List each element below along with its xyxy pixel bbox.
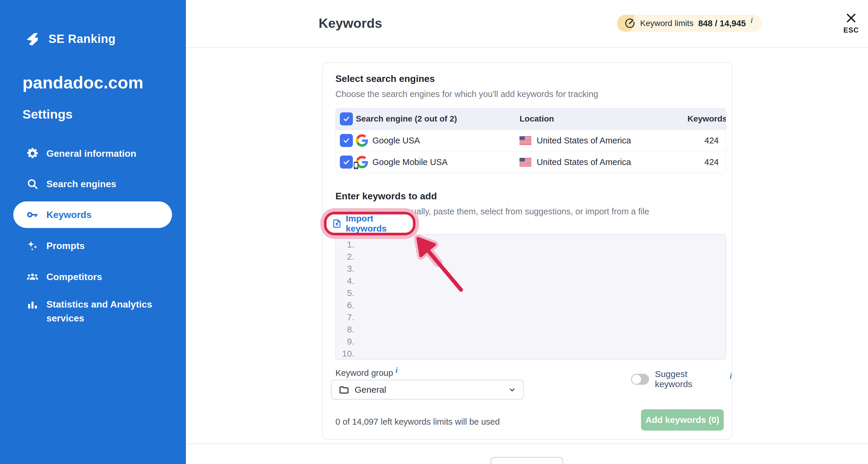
google-mobile-icon (356, 156, 368, 168)
line-numbers: 1. 2. 3. 4. 5. 6. 7. 8. 9. 10. (336, 238, 354, 359)
bottom-partial-button[interactable] (491, 457, 563, 464)
keywords-count: 424 (687, 136, 726, 145)
sidebar-item-statistics-analytics[interactable]: Statistics and Analytics services (13, 294, 172, 325)
sidebar: SE Ranking pandadoc.com Settings General… (0, 0, 186, 464)
sidebar-item-keywords[interactable]: Keywords (13, 201, 172, 228)
us-flag-icon (520, 158, 531, 167)
info-icon[interactable]: i (751, 16, 753, 25)
us-flag-icon (520, 136, 531, 145)
table-row[interactable]: Google USA United States of America 424 (336, 129, 726, 151)
people-icon (26, 270, 39, 284)
suggest-keywords-row: Suggest keywords i (631, 369, 732, 389)
suggest-keywords-toggle[interactable] (631, 374, 649, 385)
search-icon (26, 177, 39, 191)
info-icon[interactable]: i (730, 372, 732, 381)
sidebar-item-prompts[interactable]: Prompts (13, 232, 172, 259)
select-search-engines-subheading: Choose the search engines for which you'… (335, 89, 598, 99)
close-icon (841, 12, 862, 24)
limits-usage-text: 0 of 14,097 left keywords limits will be… (335, 417, 500, 427)
sidebar-item-label: Search engines (46, 177, 117, 191)
location-name: United States of America (537, 157, 631, 167)
info-icon[interactable]: i (396, 366, 398, 374)
folder-icon (339, 384, 349, 395)
toggle-knob (632, 375, 641, 384)
import-keywords-label: Import keywords (346, 213, 413, 234)
add-keywords-button[interactable]: Add keywords (0) (641, 409, 724, 431)
add-keywords-card: Select search engines Choose the search … (322, 62, 732, 440)
footer-divider (186, 443, 868, 444)
row-checkbox[interactable] (340, 155, 353, 169)
header-divider (186, 47, 868, 48)
keywords-count: 424 (687, 157, 726, 167)
gear-icon (26, 147, 39, 160)
bar-chart-icon (26, 299, 39, 312)
sidebar-item-label: Prompts (46, 239, 85, 253)
page-title: Keywords (318, 16, 382, 31)
phone-overlay-icon (353, 162, 359, 170)
close-button[interactable]: ESC (841, 12, 862, 34)
table-row[interactable]: Google Mobile USA United States of Ameri… (336, 151, 726, 173)
keyword-group-select[interactable]: General (331, 380, 524, 400)
sidebar-item-general-information[interactable]: General information (13, 140, 172, 167)
keyword-limits-value: 848 / 14,945 (698, 19, 746, 28)
keywords-textarea[interactable]: 1. 2. 3. 4. 5. 6. 7. 8. 9. 10. (335, 234, 726, 359)
sidebar-item-label: Competitors (46, 270, 102, 284)
suggest-keywords-label: Suggest keywords (655, 369, 724, 389)
google-icon (356, 134, 368, 147)
project-domain: pandadoc.com (23, 72, 143, 92)
chevron-down-icon (508, 386, 516, 394)
search-engines-table: Search engine (2 out of 2) Location Keyw… (335, 108, 726, 173)
row-checkbox[interactable] (340, 134, 353, 147)
select-search-engines-heading: Select search engines (335, 73, 435, 84)
keyword-group-label: Keyword group i (335, 368, 398, 378)
sparkles-icon (26, 239, 39, 253)
file-upload-icon (332, 219, 342, 229)
sidebar-item-search-engines[interactable]: Search engines (13, 171, 172, 197)
sidebar-item-label: Statistics and Analytics services (46, 297, 165, 325)
settings-section-title: Settings (23, 107, 73, 121)
column-header-engine: Search engine (2 out of 2) (356, 114, 520, 124)
keyword-group-value: General (355, 385, 503, 395)
keyword-limits-label: Keyword limits (640, 19, 693, 28)
engine-name: Google Mobile USA (372, 157, 448, 167)
table-header-row: Search engine (2 out of 2) Location Keyw… (336, 108, 726, 129)
sidebar-item-competitors[interactable]: Competitors (13, 263, 172, 290)
enter-keywords-heading: Enter keywords to add (335, 191, 437, 202)
se-ranking-bolt-icon (23, 30, 41, 48)
key-icon (26, 208, 39, 222)
brand-name: SE Ranking (49, 32, 116, 46)
esc-label: ESC (841, 26, 862, 34)
gauge-icon (624, 18, 636, 29)
column-header-keywords: Keywords (687, 114, 726, 124)
engine-name: Google USA (372, 136, 420, 145)
sidebar-item-label: Keywords (46, 208, 92, 222)
column-header-location: Location (520, 114, 687, 124)
location-name: United States of America (537, 136, 631, 145)
select-all-checkbox[interactable] (340, 112, 353, 125)
import-keywords-button[interactable]: Import keywords (327, 214, 413, 233)
sidebar-item-label: General information (46, 147, 136, 161)
brand: SE Ranking (23, 30, 116, 48)
keyword-limits-badge: Keyword limits 848 / 14,945 i (617, 15, 762, 32)
